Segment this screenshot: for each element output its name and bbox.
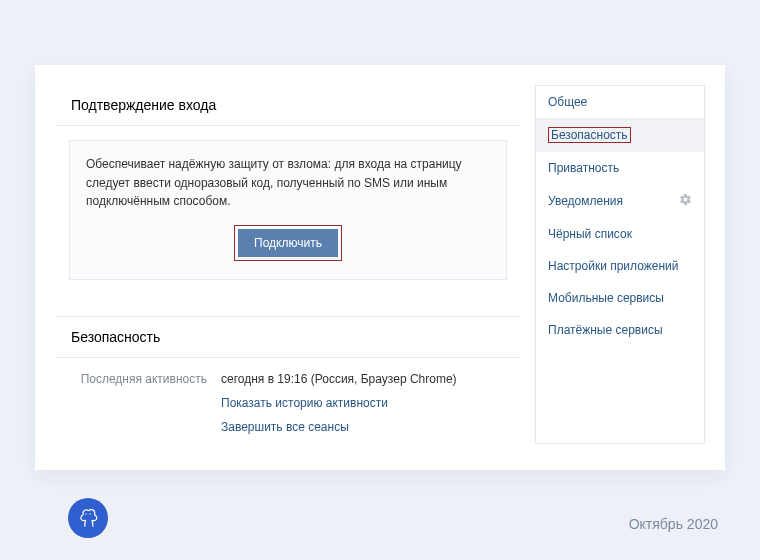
sidebar-item-mobile-services[interactable]: Мобильные сервисы (536, 282, 704, 314)
security-title: Безопасность (55, 317, 521, 357)
login-confirmation-title: Подтверждение входа (55, 85, 521, 126)
brand-logo (68, 498, 108, 538)
sidebar-item-label: Настройки приложений (548, 259, 678, 273)
sidebar-item-label: Мобильные сервисы (548, 291, 664, 305)
sidebar-item-label: Приватность (548, 161, 619, 175)
sidebar-item-blacklist[interactable]: Чёрный список (536, 218, 704, 250)
security-section-header: Безопасность (55, 316, 521, 358)
connect-button-highlight: Подключить (234, 225, 342, 261)
last-activity-label: Последняя активность (71, 372, 211, 386)
sidebar-item-label: Чёрный список (548, 227, 632, 241)
sidebar-item-notifications[interactable]: Уведомления (536, 184, 704, 218)
sidebar-item-general[interactable]: Общее (536, 86, 704, 118)
connect-button[interactable]: Подключить (238, 229, 338, 257)
activity-row: Последняя активность сегодня в 19:16 (Ро… (55, 358, 521, 444)
last-activity-value: сегодня в 19:16 (Россия, Браузер Chrome) (221, 372, 515, 386)
gear-icon[interactable] (679, 193, 692, 209)
svg-point-1 (89, 513, 90, 514)
settings-sidebar: Общее Безопасность Приватность Уведомлен… (535, 85, 705, 444)
sidebar-item-label: Общее (548, 95, 587, 109)
show-activity-history-link[interactable]: Показать историю активности (221, 396, 515, 410)
sidebar-item-privacy[interactable]: Приватность (536, 152, 704, 184)
svg-point-0 (85, 513, 86, 514)
main-column: Подтверждение входа Обеспечивает надёжну… (55, 85, 521, 444)
footer-date: Октябрь 2020 (629, 516, 718, 532)
sidebar-item-label: Безопасность (551, 128, 628, 142)
sidebar-item-security[interactable]: Безопасность (536, 118, 704, 152)
sidebar-item-highlight: Безопасность (548, 127, 631, 143)
sidebar-item-label: Уведомления (548, 194, 623, 208)
sidebar-item-payment-services[interactable]: Платёжные сервисы (536, 314, 704, 346)
login-confirmation-description: Обеспечивает надёжную защиту от взлома: … (86, 155, 490, 211)
sidebar-item-label: Платёжные сервисы (548, 323, 663, 337)
login-confirmation-info-box: Обеспечивает надёжную защиту от взлома: … (69, 140, 507, 280)
settings-card: Подтверждение входа Обеспечивает надёжну… (35, 65, 725, 470)
end-all-sessions-link[interactable]: Завершить все сеансы (221, 420, 515, 434)
sidebar-item-app-settings[interactable]: Настройки приложений (536, 250, 704, 282)
